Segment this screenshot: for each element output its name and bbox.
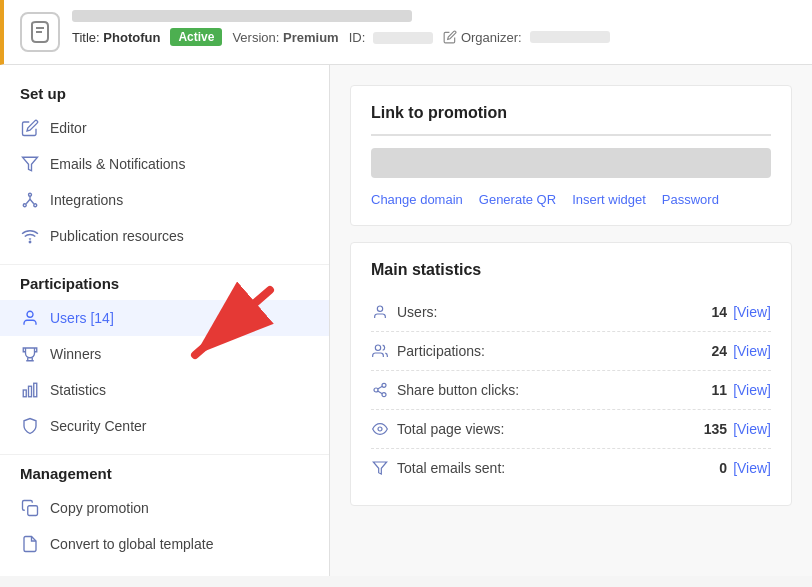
stat-participations-label: Participations: (397, 343, 485, 359)
stat-user-icon (371, 303, 389, 321)
stats-title: Main statistics (371, 261, 771, 279)
sidebar-item-statistics[interactable]: Statistics (0, 372, 329, 408)
copy-icon (20, 498, 40, 518)
stat-right-emails: 0 [View] (719, 460, 771, 476)
sidebar-item-security-label: Security Center (50, 418, 146, 434)
stat-participations-value: 24 (712, 343, 728, 359)
edit-icon (20, 118, 40, 138)
sidebar-item-copy-label: Copy promotion (50, 500, 149, 516)
svg-point-11 (382, 383, 386, 387)
stat-left-share: Share button clicks: (371, 381, 519, 399)
sidebar-item-emails[interactable]: Emails & Notifications (0, 146, 329, 182)
stat-users-view[interactable]: [View] (733, 304, 771, 320)
password-link[interactable]: Password (662, 192, 719, 207)
stat-emails-view[interactable]: [View] (733, 460, 771, 476)
link-url-display (371, 148, 771, 178)
stat-users-label: Users: (397, 304, 437, 320)
url-bar (72, 10, 412, 22)
participations-section: Participations Users [14] Win (0, 275, 329, 444)
management-title: Management (0, 465, 329, 490)
svg-rect-5 (23, 390, 26, 397)
user-icon (20, 308, 40, 328)
stat-users-value: 14 (712, 304, 728, 320)
stat-views-view[interactable]: [View] (733, 421, 771, 437)
sidebar-item-users[interactable]: Users [14] (0, 300, 329, 336)
stat-send-icon (371, 459, 389, 477)
email-icon (20, 154, 40, 174)
svg-rect-6 (29, 386, 32, 397)
app-title: Title: Photofun (72, 30, 160, 45)
statistics-card: Main statistics Users: 14 [View] (350, 242, 792, 506)
sidebar-item-users-label: Users [14] (50, 310, 114, 326)
stat-share-view[interactable]: [View] (733, 382, 771, 398)
divider-2 (0, 454, 329, 455)
svg-rect-7 (34, 383, 37, 397)
svg-point-4 (27, 311, 33, 317)
sidebar-item-security[interactable]: Security Center (0, 408, 329, 444)
stat-views-label: Total page views: (397, 421, 504, 437)
stat-right-participations: 24 [View] (712, 343, 771, 359)
participations-title: Participations (0, 275, 329, 300)
pencil-icon (443, 30, 457, 44)
stat-left-views: Total page views: (371, 420, 504, 438)
stat-row-participations: Participations: 24 [View] (371, 332, 771, 371)
stat-row-users: Users: 14 [View] (371, 293, 771, 332)
stat-participations-view[interactable]: [View] (733, 343, 771, 359)
stat-participations-icon (371, 342, 389, 360)
divider-1 (0, 264, 329, 265)
chart-icon (20, 380, 40, 400)
svg-point-14 (378, 427, 382, 431)
sidebar-item-winners[interactable]: Winners (0, 336, 329, 372)
sidebar-item-editor-label: Editor (50, 120, 87, 136)
stat-emails-value: 0 (719, 460, 727, 476)
stat-row-share: Share button clicks: 11 [View] (371, 371, 771, 410)
generate-qr-link[interactable]: Generate QR (479, 192, 556, 207)
stat-share-value: 11 (712, 382, 728, 398)
sidebar-item-convert[interactable]: Convert to global template (0, 526, 329, 562)
integration-icon (20, 190, 40, 210)
stat-left-participations: Participations: (371, 342, 485, 360)
version-info: Version: Premium (232, 30, 338, 45)
svg-point-0 (29, 193, 32, 196)
insert-widget-link[interactable]: Insert widget (572, 192, 646, 207)
stat-eye-icon (371, 420, 389, 438)
main-layout: Set up Editor Emails & Notifications (0, 65, 812, 576)
svg-point-1 (23, 204, 26, 207)
link-promotion-card: Link to promotion Change domain Generate… (350, 85, 792, 226)
svg-point-9 (377, 306, 382, 311)
setup-title: Set up (0, 85, 329, 110)
status-badge: Active (170, 28, 222, 46)
id-value (373, 32, 433, 44)
top-header: Title: Photofun Active Version: Premium … (0, 0, 812, 65)
stat-right-views: 135 [View] (704, 421, 771, 437)
management-section: Management Copy promotion Con (0, 465, 329, 562)
right-content: Link to promotion Change domain Generate… (330, 65, 812, 576)
sidebar-item-integrations-label: Integrations (50, 192, 123, 208)
wifi-icon (20, 226, 40, 246)
change-domain-link[interactable]: Change domain (371, 192, 463, 207)
id-info: ID: (349, 30, 433, 45)
header-info: Title: Photofun Active Version: Premium … (72, 10, 796, 46)
header-meta: Title: Photofun Active Version: Premium … (72, 28, 796, 46)
stat-right-share: 11 [View] (712, 382, 771, 398)
sidebar-item-publication-label: Publication resources (50, 228, 184, 244)
stat-share-icon (371, 381, 389, 399)
sidebar-item-integrations[interactable]: Integrations (0, 182, 329, 218)
stat-emails-label: Total emails sent: (397, 460, 505, 476)
stat-row-views: Total page views: 135 [View] (371, 410, 771, 449)
sidebar-item-copy[interactable]: Copy promotion (0, 490, 329, 526)
sidebar-item-convert-label: Convert to global template (50, 536, 213, 552)
sidebar-item-publication[interactable]: Publication resources (0, 218, 329, 254)
setup-section: Set up Editor Emails & Notifications (0, 85, 329, 254)
link-actions-row: Change domain Generate QR Insert widget … (371, 192, 771, 207)
svg-point-3 (29, 241, 31, 243)
stat-left-users: Users: (371, 303, 437, 321)
trophy-icon (20, 344, 40, 364)
file-icon (20, 534, 40, 554)
sidebar-item-editor[interactable]: Editor (0, 110, 329, 146)
stat-row-emails: Total emails sent: 0 [View] (371, 449, 771, 487)
svg-point-13 (382, 393, 386, 397)
sidebar-item-statistics-label: Statistics (50, 382, 106, 398)
app-logo (20, 12, 60, 52)
svg-point-12 (374, 388, 378, 392)
